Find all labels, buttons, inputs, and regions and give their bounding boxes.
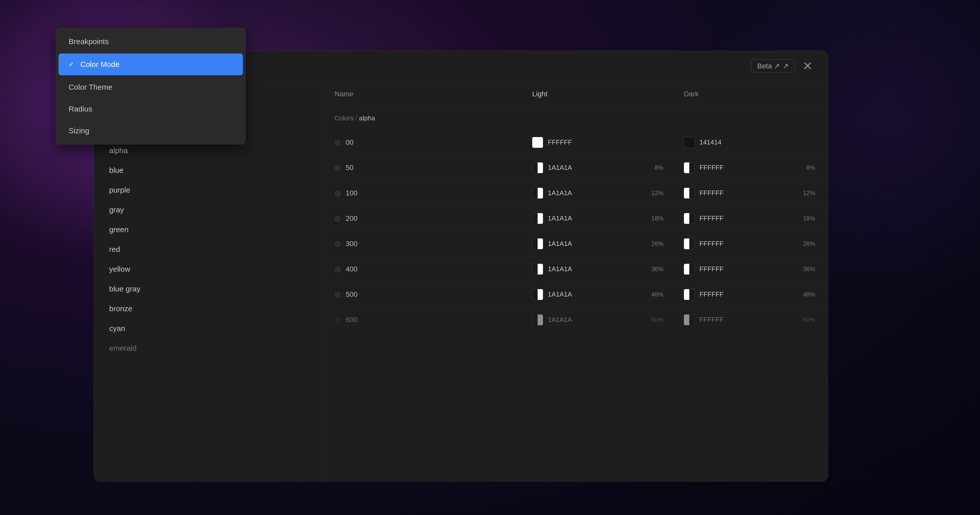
pct-dark-600: 60% — [803, 316, 820, 324]
breadcrumb: Colors / alpha — [322, 107, 828, 130]
sidebar-item-purple[interactable]: purple — [94, 180, 321, 200]
cell-light-100: 1A1A1A 12% — [525, 188, 676, 199]
table-row: ◎ 50 1A1A1A 8% FFFFFF 8% — [322, 155, 828, 180]
color-mode-icon-300: ◎ — [334, 239, 340, 248]
cell-dark-00: 141414 — [676, 137, 828, 148]
sidebar-item-green[interactable]: green — [94, 220, 321, 239]
swatch-light-200[interactable] — [532, 213, 543, 224]
sidebar-item-cyan[interactable]: cyan — [94, 319, 321, 338]
col-header-name: Name — [322, 90, 525, 98]
pct-dark-100: 12% — [803, 190, 820, 197]
color-mode-icon-400: ◎ — [334, 265, 340, 273]
pct-light-400: 36% — [651, 266, 668, 273]
swatch-dark-100[interactable] — [684, 188, 695, 199]
table-header: Name Light Dark — [322, 81, 828, 107]
pct-dark-200: 18% — [803, 215, 820, 222]
sidebar-item-emerald[interactable]: emerald — [94, 338, 321, 358]
menu-item-breakpoints[interactable]: Breakpoints — [56, 31, 245, 53]
color-mode-icon-100: ◎ — [334, 189, 340, 197]
swatch-dark-600[interactable] — [684, 314, 695, 325]
cell-dark-600: FFFFFF 60% — [676, 314, 828, 325]
cell-name-500: ◎ 500 — [322, 290, 525, 298]
cell-light-50: 1A1A1A 8% — [525, 162, 676, 173]
beta-badge[interactable]: Beta ↗ ↗ — [751, 59, 795, 72]
swatch-dark-00[interactable] — [684, 137, 695, 148]
row-label-100: 100 — [346, 189, 358, 197]
panel-header-actions: Beta ↗ ↗ ✕ — [751, 59, 813, 72]
swatch-light-600[interactable] — [532, 314, 543, 325]
color-mode-icon-600: ◎ — [334, 316, 340, 324]
color-mode-icon-00: ◎ — [334, 138, 340, 147]
sidebar-item-blue-gray[interactable]: blue gray — [94, 279, 321, 299]
cell-dark-100: FFFFFF 12% — [676, 188, 828, 199]
hex-dark-300: FFFFFF — [699, 240, 724, 248]
external-link-icon: ↗ — [783, 62, 789, 70]
pct-dark-500: 48% — [803, 291, 820, 298]
row-label-400: 400 — [346, 265, 358, 273]
swatch-light-50[interactable] — [532, 162, 543, 173]
hex-light-200: 1A1A1A — [548, 214, 572, 222]
pct-light-300: 26% — [651, 240, 668, 247]
pct-light-50: 8% — [655, 164, 669, 171]
table-body: ◎ 00 FFFFFF 141414 ◎ — [322, 130, 828, 481]
sidebar-item-gray[interactable]: gray — [94, 200, 321, 220]
pct-dark-300: 26% — [803, 240, 820, 247]
table-row: ◎ 200 1A1A1A 18% FFFFFF 18% — [322, 206, 828, 231]
hex-dark-100: FFFFFF — [699, 189, 724, 197]
table-row: ◎ 300 1A1A1A 26% FFFFFF 26% — [322, 231, 828, 257]
cell-name-300: ◎ 300 — [322, 239, 525, 248]
sidebar-item-blue[interactable]: blue — [94, 160, 321, 180]
col-header-dark: Dark — [676, 90, 828, 98]
hex-light-00: FFFFFF — [548, 139, 572, 146]
cell-light-200: 1A1A1A 18% — [525, 213, 676, 224]
row-label-200: 200 — [346, 214, 358, 223]
hex-light-400: 1A1A1A — [548, 265, 572, 273]
hex-light-100: 1A1A1A — [548, 189, 572, 197]
hex-light-300: 1A1A1A — [548, 240, 572, 248]
sidebar-item-yellow[interactable]: yellow — [94, 259, 321, 279]
hex-dark-00: 141414 — [699, 139, 721, 146]
swatch-light-400[interactable] — [532, 263, 543, 275]
close-button[interactable]: ✕ — [802, 60, 813, 72]
swatch-light-100[interactable] — [532, 188, 543, 199]
breadcrumb-separator: / — [355, 114, 359, 122]
breadcrumb-current: alpha — [359, 114, 375, 122]
menu-item-color-theme[interactable]: Color Theme — [56, 76, 245, 98]
swatch-dark-500[interactable] — [684, 289, 695, 300]
pct-light-600: 60% — [651, 316, 668, 324]
color-mode-icon-50: ◎ — [334, 163, 340, 172]
hex-light-50: 1A1A1A — [548, 164, 572, 172]
swatch-dark-50[interactable] — [684, 162, 695, 173]
row-label-300: 300 — [346, 240, 358, 248]
cell-name-100: ◎ 100 — [322, 189, 525, 197]
cell-dark-300: FFFFFF 26% — [676, 238, 828, 249]
hex-dark-500: FFFFFF — [699, 290, 724, 298]
row-label-50: 50 — [346, 164, 353, 172]
hex-dark-400: FFFFFF — [699, 265, 724, 273]
table-row: ◎ 00 FFFFFF 141414 — [322, 130, 828, 155]
table-row: ◎ 600 1A1A1A 60% FFFFFF 60% — [322, 307, 828, 333]
pct-light-500: 48% — [651, 291, 668, 298]
swatch-dark-200[interactable] — [684, 213, 695, 224]
swatch-light-500[interactable] — [532, 289, 543, 300]
cell-dark-50: FFFFFF 8% — [676, 162, 828, 173]
hex-dark-600: FFFFFF — [699, 316, 724, 324]
cell-name-600: ◎ 600 — [322, 316, 525, 324]
breadcrumb-root[interactable]: Colors — [334, 114, 353, 122]
hex-dark-50: FFFFFF — [699, 164, 724, 172]
menu-item-sizing[interactable]: Sizing — [56, 120, 245, 142]
sidebar-item-red[interactable]: red — [94, 239, 321, 259]
pct-light-200: 18% — [651, 215, 668, 222]
menu-item-radius[interactable]: Radius — [56, 98, 245, 120]
menu-item-color-mode[interactable]: ✓ Color Mode — [59, 53, 243, 75]
cell-dark-500: FFFFFF 48% — [676, 289, 828, 300]
sidebar-item-bronze[interactable]: bronze — [94, 299, 321, 319]
swatch-light-300[interactable] — [532, 238, 543, 249]
swatch-dark-300[interactable] — [684, 238, 695, 249]
cell-name-400: ◎ 400 — [322, 265, 525, 273]
cell-light-400: 1A1A1A 36% — [525, 263, 676, 275]
swatch-dark-400[interactable] — [684, 263, 695, 275]
table-row: ◎ 500 1A1A1A 48% FFFFFF 48% — [322, 282, 828, 307]
swatch-light-00[interactable] — [532, 137, 543, 148]
row-label-500: 500 — [346, 290, 358, 298]
